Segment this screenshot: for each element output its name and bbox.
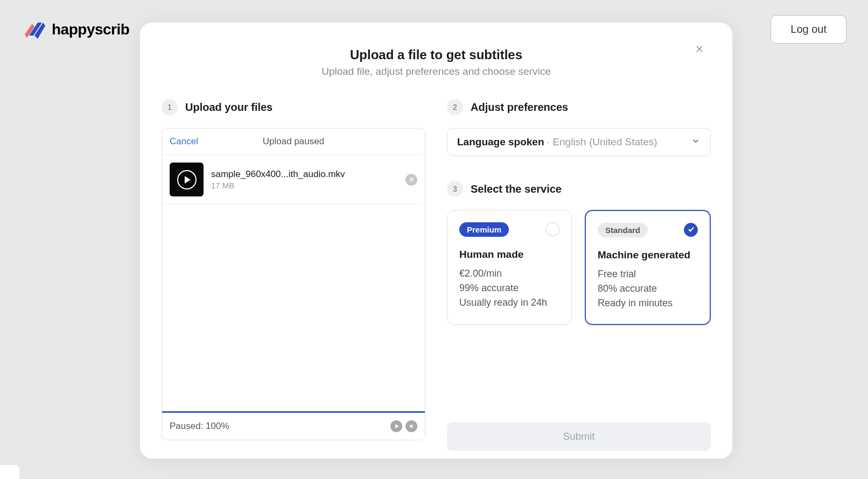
service-eta: Ready in minutes — [598, 298, 698, 309]
step-label: Adjust preferences — [471, 101, 568, 114]
cancel-upload-icon[interactable] — [405, 420, 417, 432]
play-icon — [177, 170, 197, 189]
step-number: 2 — [447, 99, 463, 115]
logout-button[interactable]: Log out — [771, 15, 846, 44]
upload-modal: Upload a file to get subtitles Upload fi… — [140, 23, 732, 459]
video-thumbnail[interactable] — [170, 163, 204, 196]
service-card-standard[interactable]: Standard Machine generated Free trial 80… — [585, 210, 711, 325]
service-price: Free trial — [598, 269, 698, 280]
service-cards: Premium Human made €2.00/min 99% accurat… — [447, 210, 711, 325]
check-icon — [687, 225, 695, 235]
modal-title: Upload a file to get subtitles — [162, 47, 711, 62]
service-accuracy: 80% accurate — [598, 283, 698, 294]
right-column: 2 Adjust preferences Language spoken · E… — [447, 99, 711, 451]
radio-unchecked-icon[interactable] — [545, 222, 559, 236]
chevron-down-icon — [691, 136, 701, 148]
service-eta: Usually ready in 24h — [459, 297, 559, 308]
modal-content: 1 Upload your files Cancel Upload paused… — [162, 99, 711, 451]
submit-button[interactable]: Submit — [447, 422, 711, 451]
service-title: Human made — [459, 249, 559, 260]
step-1-header: 1 Upload your files — [162, 99, 425, 115]
upload-controls — [390, 420, 417, 432]
service-card-premium[interactable]: Premium Human made €2.00/min 99% accurat… — [447, 210, 572, 325]
step-3-header: 3 Select the service — [447, 181, 711, 197]
file-row: sample_960x400...ith_audio.mkv 17 MB — [162, 155, 425, 205]
language-select[interactable]: Language spoken · English (United States… — [447, 128, 711, 156]
service-accuracy: 99% accurate — [459, 283, 559, 294]
left-column: 1 Upload your files Cancel Upload paused… — [162, 99, 425, 451]
help-widget[interactable] — [0, 465, 19, 479]
standard-badge: Standard — [598, 223, 648, 237]
step-number: 3 — [447, 181, 463, 197]
upload-box: Cancel Upload paused sample_960x400...it… — [162, 128, 425, 440]
remove-file-icon[interactable] — [405, 174, 417, 186]
service-price: €2.00/min — [459, 268, 559, 279]
file-info: sample_960x400...ith_audio.mkv 17 MB — [211, 169, 398, 190]
file-name: sample_960x400...ith_audio.mkv — [211, 169, 398, 180]
cancel-link[interactable]: Cancel — [170, 136, 198, 147]
close-icon[interactable] — [695, 44, 711, 60]
step-label: Select the service — [471, 183, 562, 195]
upload-footer-status: Paused: 100% — [170, 421, 229, 432]
step-number: 1 — [162, 99, 178, 115]
step-label: Upload your files — [185, 101, 272, 114]
language-value: English (United States) — [552, 136, 657, 147]
upload-header: Cancel Upload paused — [162, 129, 425, 155]
logo-icon — [22, 17, 46, 42]
premium-badge: Premium — [459, 222, 509, 237]
language-label: Language spoken — [457, 136, 544, 147]
upload-footer: Paused: 100% — [162, 413, 425, 440]
modal-subtitle: Upload file, adjust preferences and choo… — [162, 66, 711, 78]
step-2-header: 2 Adjust preferences — [447, 99, 711, 115]
service-title: Machine generated — [598, 249, 698, 261]
file-size: 17 MB — [211, 181, 398, 190]
radio-checked-icon[interactable] — [684, 223, 698, 237]
brand-logo[interactable]: happyscrib — [22, 17, 129, 42]
brand-name: happyscrib — [52, 21, 129, 38]
resume-icon[interactable] — [390, 420, 402, 432]
upload-status: Upload paused — [263, 136, 324, 147]
